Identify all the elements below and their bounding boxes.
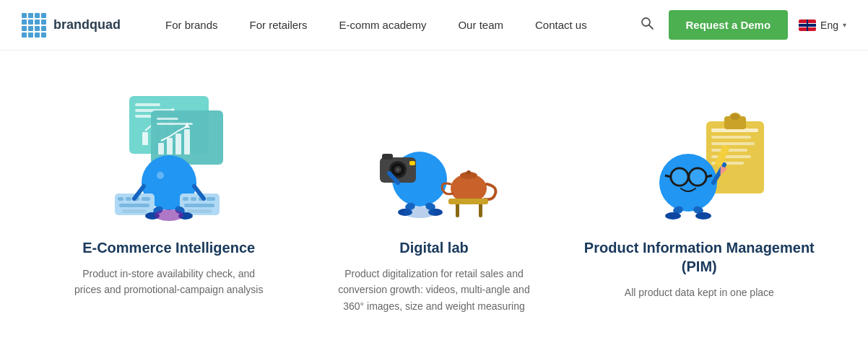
svg-point-39 <box>155 209 183 221</box>
svg-rect-15 <box>167 138 173 155</box>
search-button[interactable] <box>636 12 658 38</box>
svg-rect-27 <box>122 209 147 213</box>
site-header: brandquad For brands For retailers E-com… <box>0 0 868 51</box>
card-ecommerce-desc: Product in-store availability check, and… <box>68 266 270 298</box>
lang-label: Eng <box>820 19 838 31</box>
card-digital-lab: Digital lab Product digitalization for r… <box>311 79 557 314</box>
svg-point-85 <box>665 212 681 219</box>
logo[interactable]: brandquad <box>22 13 121 38</box>
svg-rect-54 <box>456 203 459 217</box>
svg-rect-50 <box>409 161 415 165</box>
chevron-down-icon: ▾ <box>843 21 846 29</box>
header-right: Request a Demo Eng ▾ <box>636 10 846 40</box>
svg-rect-14 <box>158 143 164 155</box>
svg-point-20 <box>157 172 164 179</box>
svg-point-86 <box>695 212 711 219</box>
svg-point-72 <box>659 154 717 212</box>
svg-rect-17 <box>184 129 190 155</box>
svg-rect-23 <box>126 197 131 201</box>
svg-rect-3 <box>135 103 160 106</box>
logo-text: brandquad <box>53 17 121 32</box>
svg-point-61 <box>404 206 435 218</box>
svg-rect-30 <box>191 197 196 201</box>
illustration-ecommerce <box>82 79 256 224</box>
svg-rect-26 <box>119 204 149 207</box>
svg-rect-16 <box>175 134 181 155</box>
svg-rect-22 <box>118 197 123 201</box>
card-pim-desc: All product data kept in one place <box>625 284 774 300</box>
nav-for-retailers[interactable]: For retailers <box>234 0 324 51</box>
svg-point-53 <box>466 170 471 175</box>
card-pim: Product Information Management (PIM) All… <box>576 79 822 314</box>
svg-rect-65 <box>711 136 751 139</box>
nav-ecomm-academy[interactable]: E-comm academy <box>324 0 443 51</box>
illustration-digital-lab <box>347 79 521 224</box>
flag-icon <box>799 19 816 31</box>
svg-rect-71 <box>730 113 740 121</box>
svg-rect-68 <box>711 155 751 158</box>
svg-rect-45 <box>382 154 393 160</box>
svg-rect-12 <box>157 118 178 120</box>
request-demo-button[interactable]: Request a Demo <box>669 10 789 40</box>
svg-rect-56 <box>448 199 488 204</box>
svg-rect-25 <box>142 197 150 201</box>
cards-container: E-Commerce Intelligence Product in-store… <box>43 79 825 314</box>
logo-grid-icon <box>22 13 46 38</box>
main-nav: For brands For retailers E-comm academy … <box>149 0 636 51</box>
language-selector[interactable]: Eng ▾ <box>799 19 846 31</box>
svg-rect-34 <box>187 209 212 213</box>
svg-rect-29 <box>183 197 188 201</box>
svg-point-78 <box>672 169 687 185</box>
svg-rect-32 <box>207 197 215 201</box>
card-ecommerce-intelligence: E-Commerce Intelligence Product in-store… <box>46 79 292 314</box>
card-pim-title: Product Information Management (PIM) <box>576 238 822 276</box>
card-digital-lab-desc: Product digitalization for retail sales … <box>333 266 535 314</box>
nav-contact-us[interactable]: Contact us <box>519 0 603 51</box>
svg-rect-33 <box>184 204 214 207</box>
card-ecommerce-title: E-Commerce Intelligence <box>82 238 255 257</box>
svg-line-1 <box>648 25 653 30</box>
svg-point-49 <box>396 168 399 171</box>
svg-rect-6 <box>142 132 148 145</box>
svg-line-77 <box>706 175 712 177</box>
illustration-pim <box>612 79 786 224</box>
search-icon <box>640 16 654 30</box>
svg-rect-55 <box>479 203 482 217</box>
nav-our-team[interactable]: Our team <box>442 0 519 51</box>
main-content: E-Commerce Intelligence Product in-store… <box>0 51 868 343</box>
svg-rect-66 <box>711 142 755 145</box>
card-digital-lab-title: Digital lab <box>399 238 469 257</box>
svg-rect-67 <box>711 149 747 152</box>
svg-point-79 <box>690 169 706 185</box>
nav-for-brands[interactable]: For brands <box>149 0 234 51</box>
svg-line-76 <box>665 175 671 177</box>
